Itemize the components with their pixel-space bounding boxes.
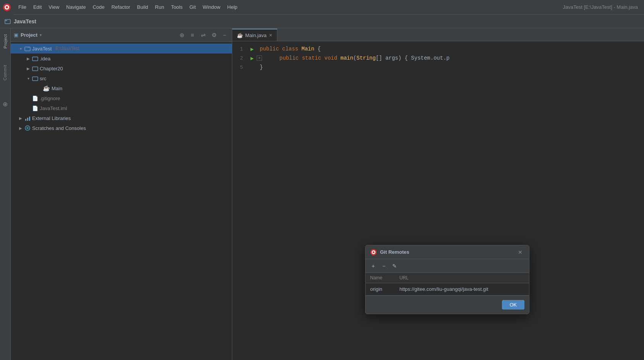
activity-extra[interactable]: ⊕ <box>1 92 10 115</box>
dialog-edit-button[interactable]: ✎ <box>390 261 399 271</box>
menu-navigate[interactable]: Navigate <box>63 3 89 11</box>
menu-build[interactable]: Build <box>134 3 151 11</box>
remote-url-origin: https://gitee.com/liu-guangqi/java-test.… <box>395 283 529 295</box>
line-num-5: 5 <box>232 65 248 70</box>
code-content-5: } <box>257 64 644 70</box>
table-row[interactable]: origin https://gitee.com/liu-guangqi/jav… <box>366 283 529 295</box>
tree-label-chapter20: Chapter20 <box>40 66 63 71</box>
remote-name-origin: origin <box>366 283 395 295</box>
activity-project[interactable]: Project <box>1 30 10 53</box>
menu-bar: File Edit View Navigate Code Refactor Bu… <box>14 3 563 11</box>
sidebar-collapse-icon[interactable]: ≡ <box>188 31 197 39</box>
tab-main-java[interactable]: ☕ Main.java ✕ <box>232 29 277 41</box>
sidebar-toolbar: ▣ Project ▾ ⊕ ≡ ⇌ ⚙ − <box>11 28 232 42</box>
tab-label-main: Main.java <box>245 32 267 38</box>
menu-run[interactable]: Run <box>152 3 167 11</box>
svg-rect-9 <box>25 119 26 121</box>
dialog-footer: OK <box>366 295 529 314</box>
activity-commit[interactable]: Commit <box>1 61 10 84</box>
tab-java-icon: ☕ <box>237 32 243 38</box>
project-title-text: JavaTest <box>14 18 36 24</box>
menu-tools[interactable]: Tools <box>168 3 186 11</box>
tree-item-src[interactable]: ▾ src <box>11 73 232 83</box>
ext-libs-icon <box>24 115 31 121</box>
java-icon-main: ☕ <box>43 85 50 92</box>
svg-point-16 <box>373 251 375 253</box>
menu-file[interactable]: File <box>15 3 29 11</box>
project-title-bar: JavaTest <box>0 15 644 28</box>
tree-item-javatest[interactable]: ▾ JavaTest E:\JavaTest <box>11 44 232 54</box>
window-title: JavaTest [E:\JavaTest] - Main.java <box>563 4 644 10</box>
expand-btn-2[interactable]: + <box>257 55 262 61</box>
sidebar-minimize-icon[interactable]: − <box>220 31 229 39</box>
sidebar-options-icon[interactable]: ⇌ <box>199 31 207 39</box>
code-line-2: 2 ▶ + public static void main(String[] a… <box>232 54 644 63</box>
sidebar-dropdown-arrow[interactable]: ▾ <box>40 33 42 37</box>
menu-edit[interactable]: Edit <box>30 3 45 11</box>
tree-arrow-chapter20: ▶ <box>26 66 31 71</box>
svg-point-13 <box>26 127 29 129</box>
sidebar-project-name: Project <box>21 32 37 38</box>
tree-arrow-ext-libs: ▶ <box>18 116 23 120</box>
menu-git[interactable]: Git <box>186 3 199 11</box>
line-num-1: 1 <box>232 46 248 52</box>
run-arrow-2[interactable]: ▶ <box>251 55 254 62</box>
dialog-logo-icon <box>370 249 377 256</box>
tree-item-iml[interactable]: 📄 JavaTest.iml <box>11 103 232 113</box>
sidebar-settings-icon[interactable]: ⚙ <box>210 31 218 39</box>
activity-project-label: Project <box>3 34 8 49</box>
tree-item-chapter20[interactable]: ▶ Chapter20 <box>11 63 232 73</box>
dialog-add-button[interactable]: + <box>369 261 378 271</box>
line-gutter-2: ▶ <box>248 55 257 62</box>
menu-code[interactable]: Code <box>90 3 108 11</box>
tree-arrow-scratches: ▶ <box>18 126 23 130</box>
dialog-title-left: Git Remotes <box>370 249 409 256</box>
sidebar-folder-icon: ▣ <box>14 32 18 38</box>
svg-rect-10 <box>27 118 28 121</box>
menu-window[interactable]: Window <box>200 3 223 11</box>
code-content-1: public class Main { <box>257 46 644 52</box>
tree-item-scratches[interactable]: ▶ Scratches and Consoles <box>11 123 232 133</box>
activity-extra-icon: ⊕ <box>3 101 8 108</box>
git-remotes-dialog: Git Remotes ✕ + − ✎ Name URL origin http… <box>365 245 529 314</box>
dialog-col-url: URL <box>395 273 529 283</box>
svg-rect-7 <box>32 67 38 71</box>
tree-label-main: Main <box>52 86 62 91</box>
tree-label-idea: .idea <box>40 56 50 62</box>
file-icon-iml: 📄 <box>32 105 38 111</box>
ok-button[interactable]: OK <box>502 300 524 310</box>
folder-icon-chapter20 <box>32 65 38 71</box>
run-arrow-1[interactable]: ▶ <box>251 46 254 52</box>
tree-item-gitignore[interactable]: 📄 .gitignore <box>11 93 232 103</box>
menu-help[interactable]: Help <box>224 3 241 11</box>
dialog-table: Name URL origin https://gitee.com/liu-gu… <box>366 273 529 295</box>
folder-icon-src <box>32 75 38 81</box>
tree-item-ext-libs[interactable]: ▶ External Libraries <box>11 113 232 123</box>
menu-view[interactable]: View <box>45 3 62 11</box>
tree-item-idea[interactable]: ▶ .idea <box>11 54 232 63</box>
menu-refactor[interactable]: Refactor <box>108 3 133 11</box>
tree-arrow-javatest: ▾ <box>18 47 23 51</box>
svg-rect-3 <box>5 19 10 24</box>
title-bar: File Edit View Navigate Code Refactor Bu… <box>0 0 644 15</box>
line-gutter-1: ▶ <box>248 46 257 52</box>
main-layout: Project Commit ⊕ ▣ Project ▾ ⊕ ≡ ⇌ ⚙ − <box>0 28 644 360</box>
editor-tabs: ☕ Main.java ✕ <box>232 28 644 41</box>
sidebar-locate-icon[interactable]: ⊕ <box>178 31 186 39</box>
svg-rect-6 <box>32 57 38 61</box>
tree-label-scratches: Scratches and Consoles <box>32 125 86 131</box>
tree-label-iml: JavaTest.iml <box>40 105 67 111</box>
sidebar-project-label: ▣ Project ▾ <box>14 32 94 38</box>
dialog-remove-button[interactable]: − <box>379 261 388 271</box>
dialog-close-button[interactable]: ✕ <box>516 248 524 256</box>
code-content-2: public static void main(String[] args) {… <box>264 55 644 61</box>
file-tree: ▾ JavaTest E:\JavaTest ▶ .idea ▶ Chapter… <box>11 42 232 360</box>
tab-close-main[interactable]: ✕ <box>269 33 272 38</box>
sidebar: ▣ Project ▾ ⊕ ≡ ⇌ ⚙ − ▾ JavaTest E:\Java… <box>11 28 232 360</box>
dialog-toolbar: + − ✎ <box>366 259 529 273</box>
tree-arrow-idea: ▶ <box>26 57 31 61</box>
activity-bar: Project Commit ⊕ <box>0 28 11 360</box>
tree-item-main[interactable]: ☕ Main <box>11 83 232 93</box>
folder-icon-javatest <box>24 45 31 52</box>
dialog-col-name: Name <box>366 273 395 283</box>
